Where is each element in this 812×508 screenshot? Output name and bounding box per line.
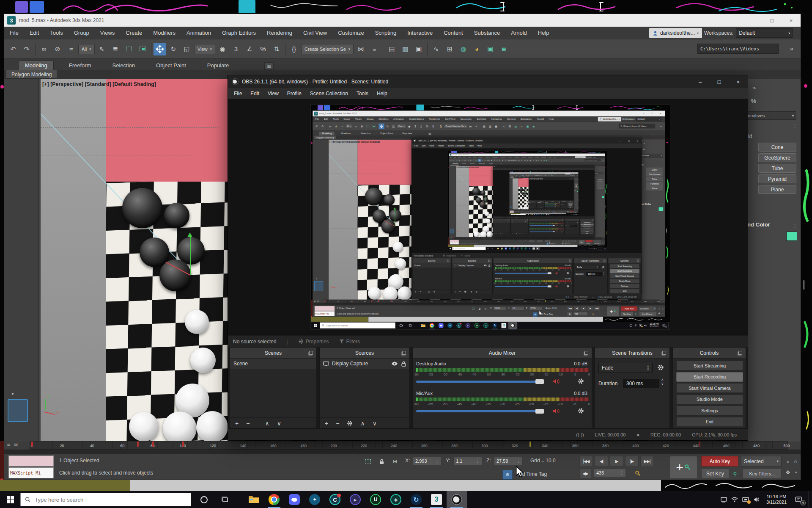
frame-step-button[interactable]: ◀▶: [579, 468, 591, 478]
render-setup-icon[interactable]: ◕: [470, 43, 483, 55]
visibility-eye-icon[interactable]: [391, 362, 398, 366]
taskbar-discord[interactable]: [284, 491, 304, 508]
create-geosphere-button[interactable]: GeoSphere: [758, 153, 796, 162]
max-menu-graph-editors[interactable]: Graph Editors: [217, 27, 261, 39]
exit-button[interactable]: Exit: [676, 417, 743, 427]
percent-snap-icon[interactable]: %: [257, 43, 269, 55]
mute-speaker-icon[interactable]: [552, 408, 560, 414]
schematic-view-icon[interactable]: ⊞: [443, 43, 456, 55]
viewport-layout-thumbnail[interactable]: [8, 399, 28, 422]
max-menu-modifiers[interactable]: Modifiers: [148, 27, 181, 39]
max-menu-create[interactable]: Create: [120, 27, 148, 39]
obs-menu-scene-collection[interactable]: Scene Collection: [306, 88, 352, 99]
max-menu-file[interactable]: File: [4, 27, 24, 39]
viewport-label[interactable]: [+] [Perspective] [Standard] [Default Sh…: [42, 81, 156, 87]
search-input[interactable]: [34, 496, 187, 503]
max-minimize-button[interactable]: –: [743, 14, 763, 27]
notification-center-button[interactable]: 4: [791, 491, 806, 508]
max-menu-rendering[interactable]: Rendering: [261, 27, 298, 39]
auto-key-button[interactable]: Auto Key: [701, 456, 738, 467]
isolate-selection-icon[interactable]: [363, 457, 373, 466]
timeline-keyframe[interactable]: [699, 442, 700, 447]
volume-slider[interactable]: [416, 410, 543, 412]
max-menu-animation[interactable]: Animation: [181, 27, 217, 39]
channel-settings-gear-icon[interactable]: [577, 407, 584, 414]
controls-header[interactable]: Controls: [673, 348, 746, 359]
rollout-dots-icon[interactable]: ⋮: [793, 223, 797, 229]
taskbar-clock[interactable]: 10:16 PM 3/11/2021: [762, 494, 791, 505]
go-to-start-button[interactable]: |◀◀: [579, 456, 593, 466]
ribbon-tab-freeform[interactable]: Freeform: [63, 61, 97, 70]
ribbon-tab-selection[interactable]: Selection: [107, 61, 141, 70]
select-and-rotate-icon[interactable]: ↻: [167, 43, 180, 55]
studio-mode-button[interactable]: Studio Mode: [676, 395, 743, 404]
duration-field[interactable]: 300 ms: [623, 379, 659, 388]
lock-icon[interactable]: [401, 361, 406, 367]
max-maximize-button[interactable]: □: [763, 14, 782, 27]
volume-icon[interactable]: [751, 491, 762, 508]
obs-menu-tools[interactable]: Tools: [352, 88, 373, 99]
undo-icon[interactable]: ↶: [7, 43, 19, 55]
time-configuration-icon[interactable]: [633, 469, 643, 478]
create-pyramid-button[interactable]: Pyramid: [758, 174, 796, 183]
volume-slider-handle[interactable]: [535, 379, 544, 384]
timeline-keyframe[interactable]: [152, 442, 154, 447]
spinner-icon[interactable]: ⋮: [516, 459, 520, 463]
timeline-track[interactable]: [4, 450, 801, 454]
remove-source-button[interactable]: −: [336, 420, 339, 427]
obs-menu-help[interactable]: Help: [373, 88, 392, 99]
unlink-selection-icon[interactable]: ⊘: [51, 43, 64, 55]
time-tag-icon-button[interactable]: ⊕: [502, 470, 513, 480]
dock-popout-icon[interactable]: [309, 351, 313, 355]
maxscript-mini-listener[interactable]: MAXScript Mi: [8, 467, 54, 478]
select-and-scale-icon[interactable]: ◱: [181, 43, 193, 55]
obs-maximize-button[interactable]: □: [710, 75, 729, 88]
scene-down-button[interactable]: ∨: [277, 420, 281, 427]
max-account-chip[interactable]: darksideofthe... ▾: [649, 28, 702, 38]
zoom-all-icon[interactable]: ⌂: [792, 456, 799, 467]
checker-piece-dark-selected[interactable]: [159, 260, 191, 291]
ribbon-toggle-icon[interactable]: ▣: [412, 43, 425, 55]
mirror-icon[interactable]: ⋈: [354, 43, 367, 55]
max-menu-help[interactable]: Help: [532, 27, 555, 39]
max-menu-content[interactable]: Content: [438, 27, 469, 39]
settings-button[interactable]: Settings: [676, 406, 743, 415]
ribbon-tab-modeling[interactable]: Modeling: [19, 61, 54, 70]
timeline-marker-yellow[interactable]: [529, 442, 531, 447]
set-key-button[interactable]: Set Key: [701, 468, 729, 479]
workspace-dropdown[interactable]: Default ▾: [736, 28, 793, 38]
current-frame-field[interactable]: 435⋮: [594, 469, 626, 477]
dock-popout-icon[interactable]: [738, 351, 742, 355]
start-recording-button[interactable]: Start Recording: [676, 372, 743, 382]
taskbar-app-c-badge[interactable]: C: [325, 491, 345, 508]
filters-button[interactable]: Filters: [339, 339, 360, 345]
select-and-move-icon[interactable]: [154, 43, 166, 55]
audio-mixer-header[interactable]: Audio Mixer: [413, 348, 592, 359]
reference-coordinate-dropdown[interactable]: View▾: [194, 44, 215, 54]
taskbar-app-shield[interactable]: ◈: [386, 491, 406, 508]
spinner-icon[interactable]: ⋮: [476, 459, 480, 463]
selection-filter-dropdown[interactable]: All▾: [78, 44, 95, 54]
maxscript-macro-recorder[interactable]: [8, 456, 54, 467]
y-coordinate-field[interactable]: 1.1⋮: [453, 457, 482, 465]
checker-piece-light[interactable]: [196, 411, 228, 442]
z-coordinate-field[interactable]: 27.59⋮: [494, 457, 523, 465]
max-menu-arnold[interactable]: Arnold: [505, 27, 532, 39]
timeline-keyframe[interactable]: [137, 442, 139, 447]
checker-piece-dark[interactable]: [122, 188, 162, 228]
obs-menu-view[interactable]: View: [263, 88, 283, 99]
remove-scene-button[interactable]: −: [246, 420, 250, 427]
select-object-icon[interactable]: ⇖: [96, 43, 108, 55]
timeline-keyframe[interactable]: [31, 442, 33, 447]
tab-polygon-modeling[interactable]: Polygon Modeling: [6, 70, 57, 79]
scene-explorer-icon[interactable]: ▥: [399, 43, 411, 55]
show-desktop-button[interactable]: [809, 491, 812, 508]
move-gizmo-y-axis[interactable]: [190, 235, 191, 275]
orbit-icon[interactable]: ◔: [792, 467, 799, 478]
start-streaming-button[interactable]: Start Streaming: [676, 361, 743, 370]
toolbar-overflow-button[interactable]: »: [786, 44, 797, 54]
sources-header[interactable]: Sources: [320, 348, 409, 359]
systems-icon[interactable]: %: [751, 98, 756, 105]
volume-slider[interactable]: [416, 381, 543, 383]
taskbar-app-whale[interactable]: ✦: [304, 491, 325, 508]
